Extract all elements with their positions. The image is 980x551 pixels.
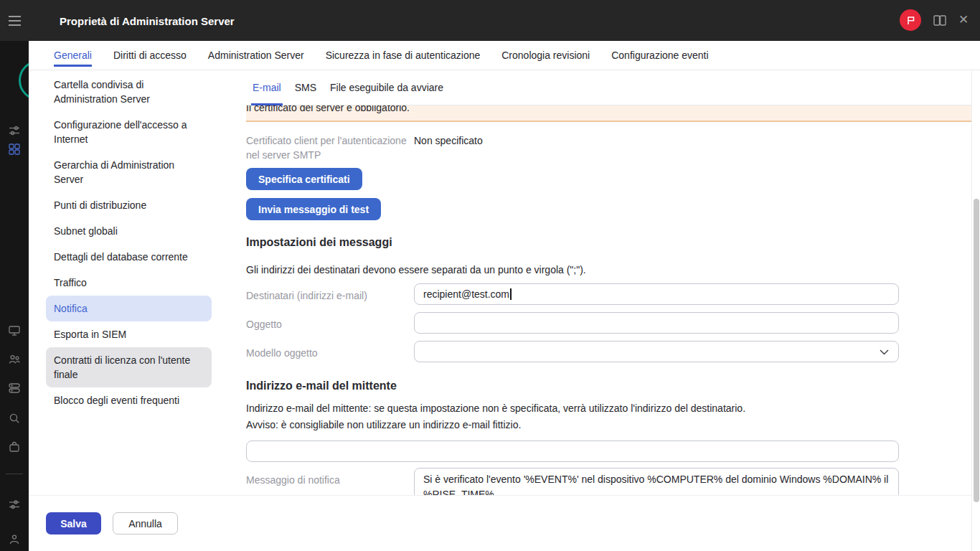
- subtab-sms[interactable]: SMS: [293, 70, 318, 105]
- subject-template-label: Modello oggetto: [246, 346, 318, 360]
- devices-icon[interactable]: [9, 325, 20, 336]
- subject-input[interactable]: [414, 312, 899, 334]
- scrollbar-thumb[interactable]: [974, 199, 979, 502]
- search-icon[interactable]: [9, 413, 20, 424]
- window-titlebar: Proprietà di Administration Server ✕: [0, 0, 980, 41]
- recipients-label: Destinatari (indirizzi e-mail): [246, 288, 367, 303]
- book-icon[interactable]: [933, 14, 947, 27]
- tab-sicurezza-autenticazione[interactable]: Sicurezza in fase di autenticazione: [326, 41, 481, 70]
- recipients-hint-text: Gli indirizzi dei destinatari devono ess…: [246, 263, 586, 277]
- dashboard-grid-icon[interactable]: [9, 143, 20, 155]
- nav-item-esporta-siem[interactable]: Esporta in SIEM: [46, 321, 212, 347]
- nav-item-contratti-licenza[interactable]: Contratti di licenza con l'utente finale: [46, 347, 212, 387]
- notification-settings-pane: E-mail SMS File eseguibile da avviare Il…: [246, 70, 971, 495]
- properties-dialog: Generali Diritti di accesso Administrati…: [29, 41, 980, 551]
- subject-template-select[interactable]: [414, 341, 899, 362]
- nav-item-punti-distribuzione[interactable]: Punti di distribuzione: [46, 192, 212, 218]
- subtab-email[interactable]: E-mail: [251, 70, 283, 105]
- hamburger-menu-icon[interactable]: [9, 16, 21, 26]
- nav-item-dettagli-database[interactable]: Dettagli del database corrente: [46, 244, 212, 270]
- tab-configurazione-eventi[interactable]: Configurazione eventi: [611, 41, 708, 70]
- account-icon[interactable]: [9, 534, 20, 545]
- notification-message-textarea[interactable]: Si è verificato l'evento '%EVENT%' nel d…: [414, 468, 899, 495]
- rail-divider: [6, 474, 23, 474]
- nav-item-subnet-globali[interactable]: Subnet globali: [46, 218, 212, 244]
- nav-item-cartella-condivisa[interactable]: Cartella condivisa di Administration Ser…: [46, 72, 212, 112]
- tab-diritti-di-accesso[interactable]: Diritti di accesso: [113, 41, 187, 70]
- message-settings-heading: Impostazioni dei messaggi: [246, 235, 392, 250]
- servers-icon[interactable]: [9, 382, 20, 394]
- connection-settings-icon[interactable]: [9, 499, 20, 510]
- notification-subtabs: E-mail SMS File eseguibile da avviare: [246, 70, 971, 105]
- subject-label: Oggetto: [246, 317, 282, 331]
- notification-message-label: Messaggio di notifica: [246, 473, 340, 487]
- kaspersky-logo-fragment: [19, 60, 29, 100]
- subtab-file-eseguibile[interactable]: File eseguibile da avviare: [329, 70, 445, 105]
- section-nav: Cartella condivisa di Administration Ser…: [46, 72, 212, 413]
- sender-hint-line2: Avviso: è consigliabile non utilizzare u…: [246, 418, 521, 432]
- app-rail: [0, 0, 29, 551]
- sender-hint-line1: Indirizzo e-mail del mittente: se questa…: [246, 401, 745, 415]
- send-test-message-button[interactable]: Invia messaggio di test: [246, 198, 381, 220]
- close-icon[interactable]: ✕: [956, 11, 971, 29]
- chevron-down-icon: [880, 349, 889, 355]
- filter-icon[interactable]: [9, 125, 20, 136]
- text-caret: [510, 288, 512, 300]
- specify-certificates-button[interactable]: Specifica certificati: [246, 168, 362, 190]
- tab-administration-server[interactable]: Administration Server: [208, 41, 304, 70]
- screen: Proprietà di Administration Server ✕ Gen…: [0, 0, 980, 551]
- users-icon[interactable]: [9, 354, 20, 365]
- flag-badge-icon[interactable]: [900, 9, 921, 31]
- nav-item-blocco-eventi[interactable]: Blocco degli eventi frequenti: [46, 387, 212, 413]
- recipients-input[interactable]: recipient@test.com: [414, 283, 899, 305]
- recipients-input-value: recipient@test.com: [423, 288, 509, 300]
- window-title: Proprietà di Administration Server: [60, 15, 235, 27]
- flag-icon: [905, 15, 916, 26]
- tab-generali[interactable]: Generali: [54, 41, 92, 70]
- nav-item-traffico[interactable]: Traffico: [46, 270, 212, 296]
- save-button[interactable]: Salva: [46, 512, 101, 534]
- client-certificate-value: Non specificato: [414, 135, 483, 146]
- nav-item-configurazione-accesso-internet[interactable]: Configurazione dell'accesso a Internet: [46, 112, 212, 152]
- sender-email-input[interactable]: [246, 441, 899, 462]
- banner-text: Il certificato del server è obbligatorio…: [246, 105, 971, 115]
- marketplace-icon[interactable]: [9, 441, 20, 453]
- dialog-footer: Salva Annulla: [29, 495, 980, 551]
- cancel-button[interactable]: Annulla: [113, 512, 178, 534]
- client-certificate-label: Certificato client per l'autenticazione …: [246, 133, 413, 162]
- dialog-tabbar: Generali Diritti di accesso Administrati…: [29, 41, 980, 70]
- vertical-scrollbar[interactable]: [971, 70, 980, 551]
- nav-item-notifica[interactable]: Notifica: [46, 296, 212, 321]
- tab-cronologia-revisioni[interactable]: Cronologia revisioni: [501, 41, 590, 70]
- certificate-warning-banner: Il certificato del server è obbligatorio…: [246, 105, 971, 122]
- sender-heading: Indirizzo e-mail del mittente: [246, 378, 397, 394]
- nav-item-gerarchia[interactable]: Gerarchia di Administration Server: [46, 152, 212, 192]
